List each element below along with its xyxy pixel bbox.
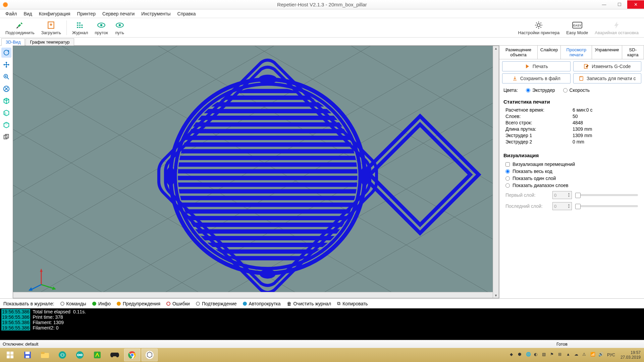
tray-clock[interactable]: 19:57 27.03.2019	[621, 350, 641, 360]
taskbar-arduino[interactable]	[72, 349, 88, 361]
filament-button[interactable]: пруток	[92, 19, 111, 37]
right-panel-tabs: Размещение объекта Слайсер Просмотр печа…	[499, 46, 644, 59]
menu-config[interactable]: Конфигурация	[36, 10, 74, 17]
svg-marker-64	[40, 268, 43, 272]
svg-point-62	[260, 269, 276, 279]
log-filter-errors[interactable]: Ошибки	[166, 301, 190, 306]
vertical-scrollbar[interactable]	[493, 46, 499, 298]
zoom-fit-tool[interactable]	[1, 84, 11, 94]
log-filter-info[interactable]: Инфо	[92, 301, 111, 306]
pan-tool[interactable]	[1, 60, 11, 70]
log-panel[interactable]: 19:56:55.386 Total time elapsed 0.11s.19…	[0, 308, 644, 340]
radio-color-speed[interactable]: Скорость	[563, 87, 590, 93]
radio-show-range[interactable]: Показать диапазон слоев	[505, 183, 638, 188]
svg-point-60	[360, 167, 370, 186]
tab-temperature-chart[interactable]: График температур	[25, 38, 74, 46]
taskbar-chrome[interactable]	[124, 349, 140, 361]
taskbar-gamepad[interactable]	[107, 349, 123, 361]
tab-3d-view[interactable]: 3D-Вид	[1, 38, 25, 46]
tab-object-placement[interactable]: Размещение объекта	[499, 46, 538, 59]
stats-title: Статистика печати	[502, 99, 641, 105]
tray-icon[interactable]: ▲	[566, 352, 572, 358]
stats-table: Расчетное время:6 мин:0 с Слоев:50 Всего…	[502, 107, 641, 145]
log-filter-warnings[interactable]: Предупреждения	[117, 301, 160, 306]
tab-print-preview[interactable]: Просмотр печати	[561, 46, 592, 59]
last-layer-slider[interactable]	[575, 205, 638, 207]
tab-manual-control[interactable]: Управление	[592, 46, 622, 59]
path-button[interactable]: путь	[111, 19, 128, 37]
iso-view-tool[interactable]	[1, 96, 11, 106]
menu-view[interactable]: Вид	[20, 10, 35, 17]
tray-icon[interactable]: ◐	[534, 352, 540, 358]
menu-printer[interactable]: Принтер	[74, 10, 99, 17]
tray-network-icon[interactable]: 📶	[590, 352, 596, 358]
log-clear-button[interactable]: 🗑Очистить журнал	[287, 301, 331, 306]
log-copy-button[interactable]: ⧉Копировать	[337, 301, 368, 306]
zoom-tool[interactable]	[1, 72, 11, 82]
svg-rect-79	[41, 352, 45, 354]
start-button[interactable]	[2, 349, 18, 361]
right-panel: Размещение объекта Слайсер Просмотр печа…	[499, 46, 644, 298]
log-autoscroll[interactable]: Автопрокрутка	[243, 301, 281, 306]
close-button[interactable]: ✕	[627, 0, 644, 9]
first-layer-slider[interactable]	[575, 194, 638, 196]
taskbar-app-1[interactable]: ⵙ	[54, 349, 70, 361]
menu-print-server[interactable]: Сервер печати	[99, 10, 138, 17]
checkbox-travel-moves[interactable]: Визуализация перемещений	[505, 162, 638, 167]
windows-taskbar: ⵙ ◆ ⬢ 🌐 ◐ ▧ ⚑ ⊞ ▲ ☁ ⚠ 📶 🔊 РУС 19:57 27.0…	[0, 348, 644, 362]
taskbar-app-2[interactable]	[89, 349, 105, 361]
tray-language[interactable]: РУС	[607, 353, 615, 357]
easy-icon: EASY	[572, 20, 582, 30]
taskbar-save-icon[interactable]	[19, 349, 36, 361]
print-button[interactable]: Печать	[502, 61, 571, 71]
first-layer-spinner[interactable]: 0▲▼	[552, 191, 572, 199]
parallel-tool[interactable]	[1, 132, 11, 142]
edit-gcode-button[interactable]: Изменить G-Code	[573, 61, 642, 71]
svg-point-2	[100, 24, 103, 26]
tray-icon[interactable]: ⬢	[518, 352, 524, 358]
tray-icon[interactable]: ☁	[574, 352, 580, 358]
log-icon	[75, 20, 85, 30]
save-to-file-button[interactable]: Сохранить в файл	[502, 73, 571, 83]
horizontal-scrollbar[interactable]	[13, 292, 493, 298]
window-titlebar: Repetier-Host V2.1.3 - 20mm_box_pillar —…	[0, 0, 644, 9]
connect-button[interactable]: Подсоединить	[2, 19, 38, 37]
tray-icon[interactable]: ◆	[510, 352, 516, 358]
svg-rect-73	[7, 355, 10, 358]
top-view-tool[interactable]	[1, 120, 11, 130]
orbit-tool[interactable]	[1, 48, 11, 58]
log-filter-commands[interactable]: Команды	[60, 301, 86, 306]
printer-settings-button[interactable]: Настройки принтера	[515, 19, 563, 37]
window-controls: — ☐ ✕	[596, 0, 644, 9]
log-button[interactable]: Журнал	[69, 19, 91, 37]
menu-help[interactable]: Справка	[174, 10, 199, 17]
taskbar-explorer[interactable]	[37, 349, 53, 361]
last-layer-spinner[interactable]: 0▲▼	[552, 202, 572, 210]
eye-icon	[96, 20, 106, 30]
3d-canvas[interactable]	[13, 46, 499, 298]
log-filter-ack[interactable]: Подтверждение	[196, 301, 237, 306]
menu-tools[interactable]: Инструменты	[138, 10, 174, 17]
radio-show-all[interactable]: Показать весь код	[505, 169, 638, 174]
minimize-button[interactable]: —	[596, 0, 612, 9]
load-button[interactable]: Загрузить	[38, 19, 64, 37]
tray-volume-icon[interactable]: 🔊	[598, 352, 604, 358]
front-view-tool[interactable]	[1, 108, 11, 118]
easy-mode-button[interactable]: EASY Easy Mode	[563, 19, 591, 37]
tab-slicer[interactable]: Слайсер	[538, 46, 561, 59]
window-title: Repetier-Host V2.1.3 - 20mm_box_pillar	[277, 2, 367, 7]
save-for-sd-button[interactable]: Записать для печати с	[573, 73, 642, 83]
tray-icon[interactable]: ⚠	[582, 352, 588, 358]
tab-sd-card[interactable]: SD-карта	[622, 46, 644, 59]
radio-color-extruder[interactable]: Экструдер	[526, 87, 555, 93]
tray-icon[interactable]: ▧	[542, 352, 548, 358]
tray-icon[interactable]: ⚑	[550, 352, 556, 358]
radio-show-one-layer[interactable]: Показать один слой	[505, 176, 638, 181]
colors-label: Цвета:	[503, 87, 518, 93]
tray-icon[interactable]: 🌐	[526, 352, 532, 358]
tray-icon[interactable]: ⊞	[558, 352, 564, 358]
taskbar-repetier[interactable]	[142, 349, 158, 361]
emergency-stop-button[interactable]: Аварийная остановка	[591, 19, 642, 37]
menu-file[interactable]: Файл	[2, 10, 20, 17]
maximize-button[interactable]: ☐	[612, 0, 627, 9]
